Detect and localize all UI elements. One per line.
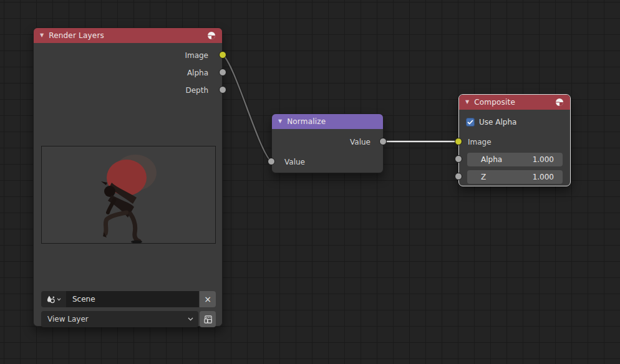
z-field-label: Z: [481, 173, 533, 181]
scene-selector-row: Scene ×: [41, 291, 216, 307]
render-layers-icon: [203, 315, 213, 324]
collapse-triangle-icon[interactable]: ▼: [278, 119, 282, 124]
sphere-icon: [207, 31, 216, 40]
node-title: Composite: [474, 98, 550, 107]
link-renderlayers-to-normalize[interactable]: [223, 55, 271, 161]
preview-character-illustration: [42, 146, 215, 243]
alpha-field-label: Alpha: [481, 155, 533, 164]
socket-normalize-value-input[interactable]: [268, 158, 275, 165]
socket-renderlayers-image-output[interactable]: [219, 51, 226, 59]
socket-renderlayers-alpha-output[interactable]: [219, 69, 226, 76]
alpha-value-field[interactable]: Alpha 1.000: [467, 153, 563, 166]
scene-name-value: Scene: [72, 295, 95, 304]
view-layer-row: View Layer: [41, 311, 216, 327]
composite-image-input-label: Image: [468, 135, 492, 150]
normalize-header[interactable]: ▼ Normalize: [272, 114, 383, 129]
socket-composite-z-input[interactable]: [455, 173, 462, 180]
view-layer-dropdown[interactable]: View Layer: [41, 311, 198, 327]
render-layers-header[interactable]: ▼ Render Layers: [34, 28, 222, 43]
node-title: Render Layers: [49, 31, 202, 40]
output-alpha-label: Alpha: [34, 64, 222, 82]
new-view-layer-button[interactable]: [200, 311, 216, 327]
use-alpha-row: Use Alpha: [466, 116, 516, 128]
scene-unlink-button[interactable]: ×: [200, 291, 216, 307]
output-depth-label: Depth: [34, 82, 222, 99]
normalize-node[interactable]: ▼ Normalize Value Value: [271, 113, 384, 173]
output-image-label: Image: [34, 47, 222, 64]
composite-node[interactable]: ▼ Composite Use Alpha Image Alpha 1.000 …: [458, 94, 571, 186]
z-field-value: 1.000: [533, 173, 554, 181]
use-alpha-label: Use Alpha: [479, 118, 516, 127]
scene-icon: [46, 295, 56, 304]
sphere-icon: [555, 98, 564, 107]
socket-composite-alpha-input[interactable]: [455, 155, 462, 163]
collapse-triangle-icon[interactable]: ▼: [465, 100, 469, 105]
socket-renderlayers-depth-output[interactable]: [219, 86, 226, 93]
render-preview-image: [41, 146, 216, 244]
render-layers-node[interactable]: ▼ Render Layers Image Alpha Depth: [33, 27, 223, 327]
chevron-down-icon: [188, 317, 193, 321]
checkmark-icon: [467, 120, 473, 125]
node-title: Normalize: [287, 117, 377, 126]
normalize-input-value-label: Value: [284, 155, 305, 170]
chevron-down-icon: [57, 298, 61, 301]
socket-composite-image-input[interactable]: [455, 138, 462, 145]
use-alpha-checkbox[interactable]: [466, 118, 475, 127]
composite-header[interactable]: ▼ Composite: [459, 95, 570, 110]
socket-normalize-value-output[interactable]: [379, 138, 387, 145]
close-icon: ×: [204, 294, 211, 304]
collapse-triangle-icon[interactable]: ▼: [40, 33, 44, 38]
node-editor-canvas[interactable]: ▼ Render Layers Image Alpha Depth: [0, 0, 620, 364]
normalize-output-value-label: Value: [350, 135, 371, 150]
scene-name-field[interactable]: Scene: [66, 291, 199, 307]
z-value-field[interactable]: Z 1.000: [467, 170, 563, 184]
scene-browse-button[interactable]: [41, 291, 66, 307]
alpha-field-value: 1.000: [533, 155, 554, 164]
render-layers-outputs: Image Alpha Depth: [34, 47, 222, 99]
view-layer-value: View Layer: [47, 315, 188, 323]
